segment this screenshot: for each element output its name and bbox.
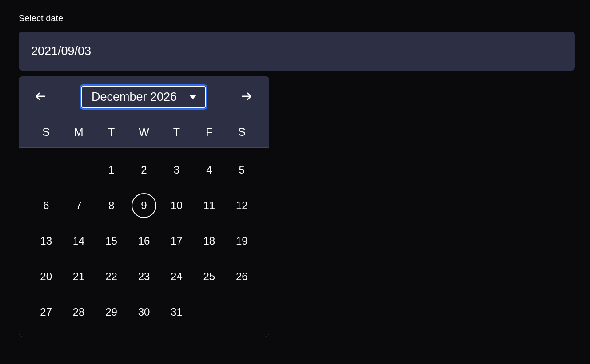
calendar-day-label: 29 <box>99 300 124 324</box>
calendar-day[interactable]: 13 <box>30 229 62 253</box>
calendar-day[interactable]: 22 <box>95 264 128 289</box>
date-input[interactable]: 2021/09/03 <box>19 32 575 71</box>
calendar-day[interactable]: 14 <box>62 229 95 253</box>
caret-down-icon <box>189 95 196 99</box>
arrow-right-icon <box>240 90 253 104</box>
calendar-day-label: 25 <box>197 264 222 289</box>
calendar-day-label: 3 <box>164 158 189 182</box>
calendar-day[interactable]: 19 <box>226 229 258 253</box>
calendar-day[interactable]: 12 <box>226 193 258 218</box>
calendar-day[interactable]: 6 <box>30 193 62 218</box>
calendar-day[interactable]: 10 <box>160 193 193 218</box>
calendar-day[interactable]: 27 <box>30 300 62 324</box>
calendar-day-label: 10 <box>164 193 189 218</box>
calendar-day-label: 22 <box>99 264 124 289</box>
calendar-day-label: 27 <box>34 300 59 324</box>
calendar-day-label: 19 <box>229 229 254 253</box>
calendar-day[interactable]: 11 <box>193 193 225 218</box>
calendar-day[interactable]: 17 <box>160 229 193 253</box>
calendar-day-label: 20 <box>34 264 59 289</box>
calendar-day[interactable]: 9 <box>128 193 160 218</box>
calendar-day-label: 24 <box>164 264 189 289</box>
calendar-day[interactable]: 8 <box>95 193 128 218</box>
weekday-header: W <box>128 126 160 138</box>
weekday-row: SMTWTFS <box>19 118 269 147</box>
month-year-label: December 2026 <box>92 90 177 104</box>
calendar-day[interactable]: 30 <box>128 300 160 324</box>
calendar-day-label: 14 <box>66 229 91 253</box>
next-month-button[interactable] <box>239 89 255 105</box>
calendar-day[interactable]: 5 <box>226 158 258 182</box>
calendar-day[interactable]: 28 <box>62 300 95 324</box>
calendar-day-label: 2 <box>132 158 156 182</box>
calendar-day-label: 28 <box>66 300 91 324</box>
calendar-day[interactable]: 16 <box>128 229 160 253</box>
weekday-header: T <box>160 126 193 138</box>
month-year-selector[interactable]: December 2026 <box>80 84 207 110</box>
calendar-empty-cell <box>62 158 95 182</box>
field-label: Select date <box>19 13 571 24</box>
calendar-day[interactable]: 29 <box>95 300 128 324</box>
weekday-header: F <box>193 126 225 138</box>
calendar-day[interactable]: 4 <box>193 158 225 182</box>
calendar-day[interactable]: 21 <box>62 264 95 289</box>
weekday-header: T <box>95 126 128 138</box>
calendar-header: December 2026 SMTWTFS <box>19 76 269 148</box>
calendar-day-label: 30 <box>132 300 156 324</box>
calendar-day-label: 23 <box>132 264 156 289</box>
calendar-day-label: 12 <box>229 193 254 218</box>
calendar-day-label: 16 <box>132 229 156 253</box>
calendar-day-label: 31 <box>164 300 189 324</box>
calendar-day[interactable]: 18 <box>193 229 225 253</box>
calendar-popover: December 2026 SMTWTFS 123456789101112131… <box>19 76 269 337</box>
calendar-day-label: 9 <box>132 193 156 218</box>
weekday-header: M <box>62 126 95 138</box>
calendar-day-label: 13 <box>34 229 59 253</box>
calendar-day-label: 18 <box>197 229 222 253</box>
calendar-empty-cell <box>30 158 62 182</box>
weekday-header: S <box>226 126 258 138</box>
calendar-day-label: 5 <box>229 158 254 182</box>
calendar-day[interactable]: 25 <box>193 264 225 289</box>
calendar-day-label: 8 <box>99 193 124 218</box>
calendar-day[interactable]: 24 <box>160 264 193 289</box>
calendar-day[interactable]: 15 <box>95 229 128 253</box>
weekday-header: S <box>30 126 62 138</box>
prev-month-button[interactable] <box>32 89 48 105</box>
calendar-day-label: 26 <box>229 264 254 289</box>
calendar-day[interactable]: 3 <box>160 158 193 182</box>
calendar-day[interactable]: 2 <box>128 158 160 182</box>
calendar-day-label: 15 <box>99 229 124 253</box>
calendar-day[interactable]: 1 <box>95 158 128 182</box>
calendar-day-label: 7 <box>66 193 91 218</box>
calendar-day-label: 1 <box>99 158 124 182</box>
calendar-day-label: 4 <box>197 158 222 182</box>
calendar-day[interactable]: 23 <box>128 264 160 289</box>
calendar-day[interactable]: 26 <box>226 264 258 289</box>
calendar-day[interactable]: 20 <box>30 264 62 289</box>
calendar-grid: 1234567891011121314151617181920212223242… <box>19 148 269 337</box>
calendar-day-label: 17 <box>164 229 189 253</box>
calendar-day-label: 21 <box>66 264 91 289</box>
calendar-day[interactable]: 31 <box>160 300 193 324</box>
calendar-day-label: 6 <box>34 193 59 218</box>
calendar-day-label: 11 <box>197 193 222 218</box>
calendar-day[interactable]: 7 <box>62 193 95 218</box>
arrow-left-icon <box>34 90 47 104</box>
